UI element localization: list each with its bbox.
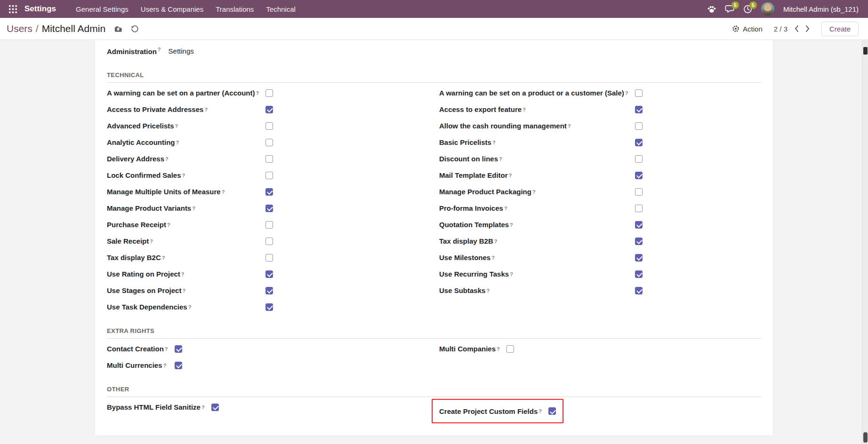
debug-button[interactable] xyxy=(707,5,716,13)
checkbox-advanced-pricelists[interactable] xyxy=(265,122,273,130)
user-avatar[interactable] xyxy=(761,2,774,16)
nav-menu-translations[interactable]: Translations xyxy=(216,5,254,13)
checkbox-delivery-address[interactable] xyxy=(265,155,273,163)
field-label-use-subtasks: Use Subtasks xyxy=(439,286,485,294)
checkbox-use-rating-on-project[interactable] xyxy=(265,270,273,278)
user-menu[interactable]: Mitchell Admin (sb_121) xyxy=(783,5,859,13)
checkbox-use-subtasks[interactable] xyxy=(635,287,643,294)
scrollbar-top-segment[interactable] xyxy=(863,47,868,55)
field-row-widget xyxy=(635,266,643,282)
field-row-label: Use Milestones? xyxy=(439,249,635,266)
discard-changes-button[interactable] xyxy=(131,25,139,33)
checkbox-mail-template-editor[interactable] xyxy=(635,172,643,179)
nav-menu-general-settings[interactable]: General Settings xyxy=(76,5,129,13)
checkbox-quotation-templates[interactable] xyxy=(635,221,643,229)
field-row-label: Create Project Custom Fields? xyxy=(432,399,548,423)
nav-menu-users-companies[interactable]: Users & Companies xyxy=(141,5,203,13)
checkbox-manage-product-variants[interactable] xyxy=(265,205,273,212)
scrollbar[interactable] xyxy=(862,40,868,444)
create-button[interactable]: Create xyxy=(821,22,859,36)
breadcrumb: Users / Mitchell Admin xyxy=(7,23,105,34)
checkbox-discount-on-lines[interactable] xyxy=(635,155,643,163)
field-label-mail-template-editor: Mail Template Editor xyxy=(439,171,508,179)
checkbox-allow-the-cash-rounding-management[interactable] xyxy=(635,122,643,130)
help-icon: ? xyxy=(522,107,526,112)
checkbox-multi-companies[interactable] xyxy=(506,345,514,353)
checkbox-contact-creation[interactable] xyxy=(175,345,182,353)
checkbox-tax-display-b2c[interactable] xyxy=(265,254,273,262)
field-row-label: Discount on lines? xyxy=(439,151,635,167)
field-row-widget xyxy=(265,183,273,200)
field-label-use-milestones: Use Milestones xyxy=(439,254,490,262)
help-icon: ? xyxy=(165,346,168,352)
administration-field-row: Administration? Settings xyxy=(107,43,761,59)
field-row-label: Lock Confirmed Sales? xyxy=(107,167,265,183)
help-icon: ? xyxy=(162,255,165,261)
nav-menu-technical[interactable]: Technical xyxy=(266,5,296,13)
checkbox-purchase-receipt[interactable] xyxy=(265,221,273,229)
checkbox-a-warning-can-be-set-on-a-partner-account[interactable] xyxy=(265,89,273,97)
field-label-allow-the-cash-rounding-management: Allow the cash rounding management xyxy=(439,122,567,130)
field-label-manage-product-variants: Manage Product Variants xyxy=(107,204,191,212)
field-row-widget xyxy=(635,85,643,101)
pager-next-button[interactable] xyxy=(805,25,810,32)
control-panel: Users / Mitchell Admin xyxy=(0,18,868,40)
field-label-pro-forma-invoices: Pro-forma Invoices xyxy=(439,204,503,212)
breadcrumb-users-link[interactable]: Users xyxy=(7,23,32,34)
checkbox-access-to-private-addresses[interactable] xyxy=(265,106,273,113)
checkbox-pro-forma-invoices[interactable] xyxy=(635,205,643,212)
field-row-widget xyxy=(635,216,643,233)
systray: 5 5 Mitchell Admin (sb_121) xyxy=(707,2,859,16)
checkbox-basic-pricelists[interactable] xyxy=(635,139,643,146)
field-row-label: Quotation Templates? xyxy=(439,216,635,233)
checkbox-analytic-accounting[interactable] xyxy=(265,139,273,146)
apps-menu-button[interactable] xyxy=(6,0,20,18)
chevron-right-icon xyxy=(805,25,810,32)
action-menu-button[interactable]: Action xyxy=(732,25,763,33)
checkbox-lock-confirmed-sales[interactable] xyxy=(265,172,273,179)
undo-icon xyxy=(131,25,139,33)
section-columns: A warning can be set on a partner (Accou… xyxy=(107,85,761,315)
chevron-left-icon xyxy=(794,25,799,32)
field-row-label: Multi Companies? xyxy=(439,341,506,357)
field-label-use-recurring-tasks: Use Recurring Tasks xyxy=(439,270,509,278)
field-row-widget xyxy=(635,101,643,118)
help-icon: ? xyxy=(504,206,507,211)
field-label-basic-pricelists: Basic Pricelists xyxy=(439,138,491,146)
field-row-widget xyxy=(211,399,219,415)
checkbox-create-project-custom-fields[interactable] xyxy=(548,407,556,415)
field-row-widget xyxy=(265,249,273,266)
section-columns: Contact Creation?Multi Currencies?Multi … xyxy=(107,341,761,373)
pager-previous-button[interactable] xyxy=(794,25,799,32)
section-title: OTHER xyxy=(107,386,761,397)
activities-button[interactable]: 5 xyxy=(743,5,752,14)
messages-button[interactable]: 5 xyxy=(725,5,734,13)
field-row-widget xyxy=(635,282,643,299)
checkbox-access-to-export-feature[interactable] xyxy=(635,106,643,113)
section-title: EXTRA RIGHTS xyxy=(107,327,761,339)
checkbox-use-stages-on-project[interactable] xyxy=(265,287,273,294)
checkbox-tax-display-b2b[interactable] xyxy=(635,238,643,245)
field-row-widget xyxy=(265,167,273,183)
field-row-widget xyxy=(635,167,643,183)
help-icon: ? xyxy=(182,288,185,293)
checkbox-manage-product-packaging[interactable] xyxy=(635,188,643,196)
field-row-widget xyxy=(635,233,643,249)
field-label-discount-on-lines: Discount on lines xyxy=(439,155,498,163)
checkbox-bypass-html-field-sanitize[interactable] xyxy=(211,404,219,411)
save-record-button[interactable] xyxy=(113,25,123,33)
app-name-settings[interactable]: Settings xyxy=(24,4,56,14)
checkbox-sale-receipt[interactable] xyxy=(265,238,273,245)
field-row-label: Manage Product Packaging? xyxy=(439,183,635,200)
scrollbar-thumb[interactable] xyxy=(863,432,868,443)
checkbox-use-task-dependencies[interactable] xyxy=(265,303,273,311)
checkbox-a-warning-can-be-set-on-a-product-or-a-customer-sale[interactable] xyxy=(635,89,643,97)
field-row-label: Use Stages on Project? xyxy=(107,282,265,299)
checkbox-use-milestones[interactable] xyxy=(635,254,643,262)
checkbox-manage-multiple-units-of-measure[interactable] xyxy=(265,188,273,196)
checkbox-multi-currencies[interactable] xyxy=(175,362,182,369)
field-row-label: Access to Private Addresses? xyxy=(107,101,265,118)
administration-value[interactable]: Settings xyxy=(169,47,194,55)
checkbox-use-recurring-tasks[interactable] xyxy=(635,270,643,278)
apps-grid-icon xyxy=(9,5,17,13)
